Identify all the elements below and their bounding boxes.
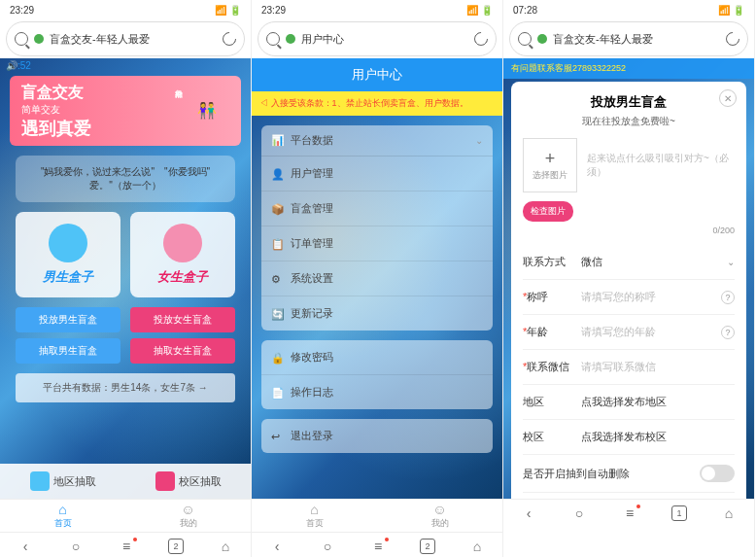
- status-bar: 23:29 📶 🔋: [252, 0, 502, 19]
- user-icon: 👤: [271, 168, 283, 180]
- box-icon: 📦: [271, 203, 283, 215]
- phone-1: 23:29 📶 🔋 盲盒交友-年轻人最爱 🔊:52 盲盒交友 简单交友 遇到真爱…: [0, 0, 252, 557]
- wx-input[interactable]: 请填写联系微信: [581, 360, 735, 374]
- region-value: 点我选择发布地区: [581, 395, 735, 409]
- back-icon[interactable]: ‹: [17, 538, 34, 555]
- field-age[interactable]: *年龄 请填写您的年龄 ?: [523, 315, 735, 350]
- content: 有问题联系客服27893322252 ✕ 投放男生盲盒 现在往投放盒免费啦~ +…: [503, 58, 754, 499]
- section-header[interactable]: 📊平台数据⌄: [261, 125, 493, 157]
- menu-settings[interactable]: ⚙系统设置: [261, 261, 493, 296]
- help-icon[interactable]: ?: [721, 291, 735, 304]
- status-bar: 23:29 📶 🔋: [0, 0, 251, 19]
- search-icon[interactable]: [518, 32, 532, 46]
- age-input[interactable]: 请填写您的年龄: [581, 325, 721, 339]
- region-label: 地区: [523, 395, 581, 409]
- browser-nav: ‹ ○ ≡ 1 ⌂: [503, 499, 754, 526]
- tab-school[interactable]: 校区抽取: [125, 464, 251, 499]
- shield-icon: [34, 34, 44, 44]
- menu-logs[interactable]: 📄操作日志: [261, 375, 493, 409]
- url-text: 盲盒交友-年轻人最爱: [50, 32, 217, 47]
- contact-value: 微信: [581, 255, 727, 269]
- wx-label: *联系微信: [523, 360, 581, 374]
- close-button[interactable]: ✕: [719, 89, 737, 107]
- menu-section-1: 📊平台数据⌄ 👤用户管理 📦盲盒管理 📋订单管理 ⚙系统设置 🔄更新记录: [261, 125, 493, 331]
- menu-updates[interactable]: 🔄更新记录: [261, 296, 493, 331]
- status-icons: 📶 🔋: [718, 5, 744, 16]
- name-input[interactable]: 请填写您的称呼: [581, 290, 721, 304]
- check-button[interactable]: 检查图片: [523, 201, 573, 222]
- search-icon[interactable]: [266, 32, 280, 46]
- lock-icon: 🔒: [271, 352, 283, 364]
- data-icon: 📊: [271, 134, 285, 147]
- banner[interactable]: 盲盒交友 简单交友 遇到真爱 抽个对象 👫: [10, 76, 241, 146]
- search-nav-icon[interactable]: ○: [67, 538, 85, 555]
- get-female-button[interactable]: 抽取女生盲盒: [130, 338, 235, 364]
- upload-row: + 选择图片 起来说点什么吸引吸引对方~（必须）: [523, 138, 735, 192]
- modal-title: 投放男生盲盒: [523, 93, 735, 111]
- menu-users[interactable]: 👤用户管理: [261, 157, 493, 191]
- nav-home[interactable]: ⌂首页: [252, 500, 377, 532]
- chevron-down-icon: ⌄: [727, 257, 735, 267]
- gear-icon: ⚙: [271, 273, 283, 285]
- field-wechat[interactable]: *联系微信 请填写联系微信: [523, 350, 735, 385]
- refresh-icon[interactable]: [471, 29, 491, 49]
- back-icon[interactable]: ‹: [520, 505, 537, 522]
- menu-password[interactable]: 🔒修改密码: [261, 340, 493, 375]
- logout-icon: ↩: [271, 431, 283, 442]
- put-female-button[interactable]: 投放女生盲盒: [130, 307, 235, 332]
- male-box[interactable]: 男生盒子: [16, 212, 120, 297]
- field-school[interactable]: 校区 点我选择发布校区: [523, 420, 735, 455]
- url-bar[interactable]: 盲盒交友-年轻人最爱: [509, 21, 748, 56]
- box-row: 男生盒子 女生盒子: [16, 212, 235, 297]
- menu-icon[interactable]: ≡: [118, 538, 135, 555]
- toggle-switch[interactable]: [700, 465, 735, 482]
- tabs-count[interactable]: 1: [671, 505, 687, 521]
- phone-2: 23:29 📶 🔋 用户中心 用户中心 ◁ 入接受该条款：1、禁止站长倒卖盲盒、…: [252, 0, 503, 557]
- modal-subtitle: 现在往投放盒免费啦~: [523, 115, 735, 128]
- stats-bar[interactable]: 平台共有数据：男生14条，女生7条 →: [16, 373, 235, 402]
- nav-home[interactable]: ⌂首页: [0, 500, 125, 532]
- update-icon: 🔄: [271, 308, 283, 320]
- page-header: 用户中心: [252, 58, 502, 91]
- banner-sub: 简单交友: [21, 103, 91, 117]
- help-icon[interactable]: ?: [721, 326, 735, 339]
- tabs-count[interactable]: 2: [168, 539, 184, 554]
- field-region[interactable]: 地区 点我选择发布地区: [523, 385, 735, 420]
- put-male-button[interactable]: 投放男生盲盒: [16, 307, 120, 332]
- url-text: 盲盒交友-年轻人最爱: [553, 32, 720, 47]
- url-bar[interactable]: 用户中心: [258, 21, 497, 56]
- search-nav-icon[interactable]: ○: [570, 505, 588, 522]
- menu-icon[interactable]: ≡: [621, 505, 638, 522]
- female-box[interactable]: 女生盒子: [130, 212, 235, 297]
- age-label: *年龄: [523, 325, 581, 339]
- url-bar[interactable]: 盲盒交友-年轻人最爱: [6, 21, 245, 56]
- get-male-button[interactable]: 抽取男生盲盒: [16, 338, 120, 364]
- home-nav-icon[interactable]: ⌂: [468, 538, 486, 555]
- field-contact[interactable]: 联系方式 微信 ⌄: [523, 245, 735, 280]
- menu-logout[interactable]: ↩退出登录: [261, 419, 493, 453]
- upload-button[interactable]: + 选择图片: [523, 138, 577, 192]
- school-value: 点我选择发布校区: [581, 430, 735, 444]
- chevron-down-icon: ⌄: [475, 135, 483, 146]
- search-icon[interactable]: [15, 32, 28, 46]
- nav-me[interactable]: ☺我的: [377, 500, 502, 532]
- content: 用户中心 ◁ 入接受该条款：1、禁止站长倒卖盲盒、用户数据。 📊平台数据⌄ 👤用…: [252, 58, 502, 499]
- field-name[interactable]: *称呼 请填写您的称呼 ?: [523, 280, 735, 315]
- menu-icon[interactable]: ≡: [369, 538, 387, 555]
- search-nav-icon[interactable]: ○: [319, 538, 336, 555]
- refresh-icon[interactable]: [220, 29, 239, 49]
- button-grid: 投放男生盲盒 抽取男生盲盒 投放女生盲盒 抽取女生盲盒: [16, 307, 235, 364]
- location-icon: [30, 471, 50, 491]
- home-nav-icon[interactable]: ⌂: [217, 538, 234, 555]
- nav-me[interactable]: ☺我的: [125, 500, 251, 532]
- plus-icon: +: [545, 149, 556, 169]
- tabs-count[interactable]: 2: [420, 539, 435, 554]
- home-nav-icon[interactable]: ⌂: [720, 505, 738, 522]
- tab-region[interactable]: 地区抽取: [0, 464, 125, 499]
- refresh-icon[interactable]: [723, 29, 742, 49]
- menu-boxes[interactable]: 📦盲盒管理: [261, 191, 493, 226]
- back-icon[interactable]: ‹: [268, 538, 286, 555]
- female-label: 女生盒子: [142, 268, 223, 286]
- menu-orders[interactable]: 📋订单管理: [261, 226, 493, 261]
- menu-section-3: ↩退出登录: [261, 419, 493, 453]
